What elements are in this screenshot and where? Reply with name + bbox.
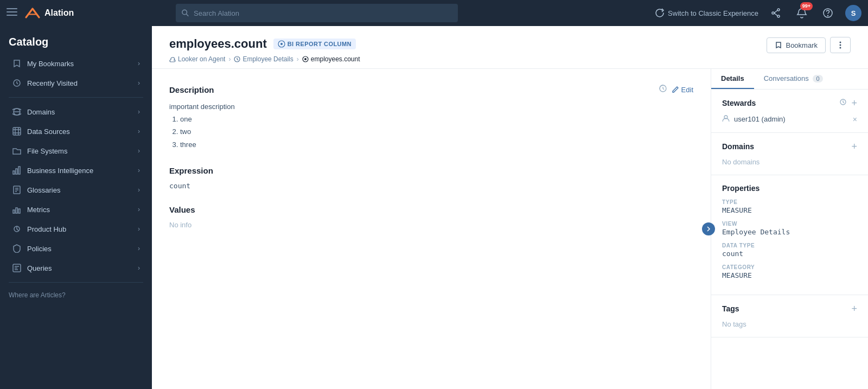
arrow-icon: ›: [138, 60, 140, 67]
stewards-history-btn[interactable]: [839, 98, 847, 108]
sidebar-item-my-bookmarks[interactable]: My Bookmarks ›: [3, 54, 149, 73]
arrow-icon: ›: [138, 147, 140, 155]
description-list: one two three: [169, 113, 693, 151]
svg-rect-2: [7, 15, 17, 16]
arrow-icon: ›: [138, 225, 140, 233]
sidebar-item-glossaries[interactable]: Glossaries ›: [3, 181, 149, 199]
domains-title: Domains: [722, 142, 754, 151]
description-text: important description: [169, 101, 693, 113]
my-bookmarks-label: My Bookmarks: [27, 60, 132, 68]
history-icon[interactable]: [659, 84, 667, 95]
stewards-section: Stewards + user101 (admin): [711, 90, 868, 133]
help-btn[interactable]: [819, 4, 837, 22]
svg-rect-26: [13, 210, 15, 213]
properties-header: Properties: [722, 184, 857, 193]
svg-line-9: [774, 13, 777, 16]
svg-point-37: [840, 44, 841, 46]
bookmark-button[interactable]: Bookmark: [767, 37, 826, 53]
file-systems-label: File Systems: [27, 147, 132, 155]
svg-point-3: [182, 10, 187, 15]
sidebar-divider: [9, 97, 143, 98]
metrics-icon: [12, 205, 22, 214]
steward-remove-btn[interactable]: ×: [853, 115, 857, 124]
recently-visited-label: Recently Visited: [27, 79, 132, 87]
prop-category-value: MEASURE: [722, 271, 857, 279]
svg-rect-1: [7, 11, 17, 12]
breadcrumb-item-looker[interactable]: Looker on Agent: [169, 55, 225, 63]
arrow-icon: ›: [138, 264, 140, 272]
values-empty-text: No info: [169, 221, 693, 229]
breadcrumb-sep-2: ›: [297, 55, 299, 63]
svg-point-7: [772, 12, 774, 14]
prop-type: TYPE MEASURE: [722, 199, 857, 214]
stewards-title: Stewards: [722, 99, 756, 107]
tab-conversations[interactable]: Conversations 0: [754, 69, 833, 89]
where-are-articles-link[interactable]: Where are Articles?: [0, 287, 152, 303]
more-icon: [836, 41, 845, 49]
sidebar: Catalog My Bookmarks › Recently Visited …: [0, 26, 152, 389]
svg-point-38: [840, 47, 841, 49]
breadcrumb-item-current: employees.count: [302, 55, 360, 63]
catalog-title: Catalog: [9, 36, 48, 48]
tags-section: Tags + No tags: [711, 295, 868, 337]
search-input[interactable]: [194, 4, 452, 22]
sidebar-item-product-hub[interactable]: Product Hub ›: [3, 220, 149, 238]
tags-add-btn[interactable]: +: [851, 304, 857, 314]
stewards-header: Stewards +: [722, 98, 857, 108]
tags-empty-text: No tags: [722, 320, 857, 328]
notifications-btn[interactable]: 99+: [793, 4, 810, 22]
arrow-icon: ›: [138, 245, 140, 252]
logo[interactable]: Alation: [24, 7, 74, 20]
domains-icon: [12, 107, 22, 117]
collapse-panel-btn[interactable]: [702, 222, 715, 235]
glossaries-icon: [12, 185, 22, 195]
queries-icon: [12, 263, 22, 273]
breadcrumb-item-employee-details[interactable]: Employee Details: [234, 55, 293, 63]
sidebar-divider-2: [9, 282, 143, 283]
svg-rect-27: [16, 208, 17, 213]
edit-icon: [672, 86, 679, 93]
steward-item: user101 (admin) ×: [722, 114, 857, 124]
more-options-button[interactable]: [830, 37, 851, 53]
conversations-count: 0: [813, 75, 822, 82]
header-actions: Bookmark: [767, 37, 851, 53]
domains-add-btn[interactable]: +: [851, 142, 857, 151]
user-avatar[interactable]: S: [845, 5, 861, 21]
sidebar-item-business-intelligence[interactable]: Business Intelligence ›: [3, 161, 149, 180]
list-item: three: [180, 138, 693, 151]
expression-section-header: Expression: [169, 166, 693, 175]
sidebar-item-queries[interactable]: Queries ›: [3, 259, 149, 277]
sidebar-item-domains[interactable]: Domains ›: [3, 103, 149, 121]
description-section-header: Description Edit: [169, 84, 693, 95]
policies-icon: [12, 244, 22, 253]
hamburger-menu[interactable]: [7, 7, 17, 20]
share-btn[interactable]: [767, 4, 784, 22]
tab-details[interactable]: Details: [711, 69, 754, 89]
sidebar-item-recently-visited[interactable]: Recently Visited ›: [3, 74, 149, 92]
prop-type-value: MEASURE: [722, 206, 857, 214]
sidebar-item-policies[interactable]: Policies ›: [3, 239, 149, 258]
description-edit-button[interactable]: Edit: [672, 86, 693, 94]
prop-view: VIEW Employee Details: [722, 221, 857, 236]
domains-empty-text: No domains: [722, 158, 857, 166]
steward-name: user101 (admin): [734, 115, 848, 123]
svg-rect-14: [13, 127, 21, 135]
svg-rect-21: [18, 167, 20, 174]
search-icon: [181, 9, 189, 17]
properties-section: Properties TYPE MEASURE VIEW Employee De…: [711, 175, 868, 295]
bi-col-icon: [302, 56, 309, 62]
tags-title: Tags: [722, 304, 739, 313]
bi-badge-icon: [278, 40, 285, 48]
properties-title: Properties: [722, 184, 760, 193]
product-hub-icon: [12, 224, 22, 234]
policies-label: Policies: [27, 245, 132, 253]
tags-header: Tags +: [722, 304, 857, 314]
bookmark-icon: [12, 59, 22, 68]
switch-classic-btn[interactable]: Switch to Classic Experience: [655, 8, 758, 18]
prop-category: CATEGORY MEASURE: [722, 264, 857, 279]
queries-label: Queries: [27, 264, 132, 272]
stewards-add-btn[interactable]: +: [851, 98, 857, 108]
sidebar-item-metrics[interactable]: Metrics ›: [3, 200, 149, 219]
sidebar-item-file-systems[interactable]: File Systems ›: [3, 142, 149, 160]
sidebar-item-data-sources[interactable]: Data Sources ›: [3, 122, 149, 141]
